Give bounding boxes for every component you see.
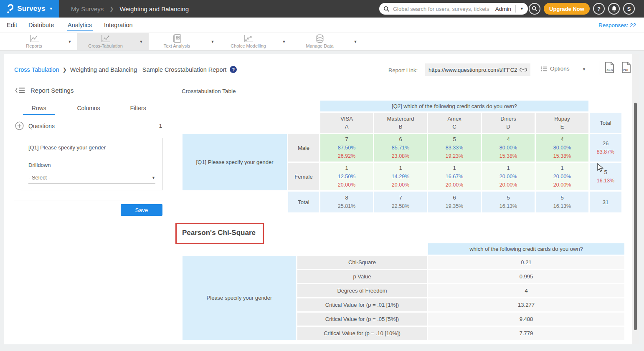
add-questions-row[interactable]: Questions 1 bbox=[15, 121, 162, 130]
search-icon bbox=[532, 6, 538, 12]
panel-title: Report Settings bbox=[30, 87, 74, 94]
data-cell: 480.00%15.38% bbox=[482, 134, 535, 162]
cross-tabulation-link[interactable]: Cross Tabulation bbox=[14, 66, 59, 73]
product-switcher[interactable]: Surveys ▼ bbox=[0, 0, 59, 18]
total-cell: 722.58% bbox=[374, 192, 427, 212]
choice-modelling-dropdown-caret[interactable]: ▼ bbox=[276, 33, 292, 50]
notifications-button[interactable] bbox=[608, 3, 620, 15]
breadcrumb-separator-icon: ❯ bbox=[63, 67, 67, 73]
questions-label: Questions bbox=[28, 123, 159, 129]
total-cell: 825.81% bbox=[320, 192, 373, 212]
stat-value: 13.277 bbox=[428, 298, 624, 311]
cross-tabulation-button[interactable]: Cross-Tabulation bbox=[77, 33, 134, 50]
collapse-panel-icon[interactable] bbox=[15, 87, 25, 93]
text-analysis-label: Text Analysis bbox=[164, 43, 190, 48]
chevron-down-icon: ▼ bbox=[49, 7, 53, 11]
link-icon[interactable] bbox=[520, 67, 527, 72]
options-dropdown-caret[interactable]: ▼ bbox=[582, 67, 586, 71]
manage-data-dropdown-caret[interactable]: ▼ bbox=[348, 33, 363, 50]
stat-value: 7.779 bbox=[428, 327, 624, 340]
toolbar-group-reports: Reports ▼ bbox=[6, 33, 77, 50]
data-cell: 120.00%20.00% bbox=[482, 163, 535, 190]
question-icon: ? bbox=[597, 6, 601, 12]
svg-text:XLS: XLS bbox=[606, 68, 613, 72]
add-circle-icon[interactable] bbox=[15, 121, 24, 130]
cross-tabulation-dropdown-caret[interactable]: ▼ bbox=[134, 33, 149, 50]
text-analysis-button[interactable]: Text Analysis bbox=[149, 33, 205, 50]
crosstab-section-title: Crosstabulation Table bbox=[182, 88, 236, 94]
save-button[interactable]: Save bbox=[121, 204, 162, 216]
reports-button[interactable]: Reports bbox=[6, 33, 62, 50]
bell-icon bbox=[611, 6, 617, 12]
window-breadcrumb: My Surveys ❯ Weighting and Balancing bbox=[71, 0, 189, 18]
total-cell: 516.13% bbox=[482, 192, 535, 212]
options-label: Options bbox=[550, 66, 570, 72]
chi-square-highlight-box: Pearson's Chi-Square bbox=[175, 223, 264, 244]
toolbar-group-text-analysis: Text Analysis ▼ bbox=[149, 33, 220, 50]
chevron-down-icon: ▼ bbox=[152, 176, 155, 180]
choice-modelling-label: Choice Modelling bbox=[231, 43, 266, 48]
drilldown-select[interactable]: - Select - ▼ bbox=[28, 174, 155, 184]
nav-item-distribute[interactable]: Distribute bbox=[28, 22, 54, 28]
top-bar: Surveys ▼ My Surveys ❯ Weighting and Bal… bbox=[0, 0, 644, 18]
chi-row-header: Please specify your gender bbox=[183, 256, 296, 340]
question-config-box: [Q1] Please specify your gender Drilldow… bbox=[21, 138, 163, 190]
stat-label: Chi-Square bbox=[297, 256, 427, 269]
chi-column-header: which of the following credit cards do y… bbox=[428, 243, 624, 255]
search-scope-select[interactable]: Admin ▼ bbox=[495, 5, 524, 13]
data-cell: 116.67%20.00% bbox=[428, 163, 481, 190]
nav-item-analytics[interactable]: Analytics bbox=[68, 22, 92, 28]
row-label-female: Female bbox=[288, 163, 319, 190]
selected-question[interactable]: [Q1] Please specify your gender bbox=[28, 144, 155, 151]
divider bbox=[14, 200, 163, 200]
tab-rows[interactable]: Rows bbox=[14, 102, 64, 115]
text-analysis-dropdown-caret[interactable]: ▼ bbox=[205, 33, 220, 50]
manage-data-icon bbox=[315, 35, 325, 43]
row-label-male: Male bbox=[288, 134, 319, 162]
manage-data-button[interactable]: Manage Data bbox=[292, 33, 348, 50]
report-title: Weighting and Balancing - Sample Crossta… bbox=[70, 66, 227, 73]
grand-total-cell: 31 bbox=[590, 192, 621, 212]
report-url[interactable]: https://www.questionpro.com/t/lFFCZg bbox=[428, 67, 517, 73]
global-search-input[interactable] bbox=[393, 6, 492, 12]
drilldown-label: Drilldown bbox=[28, 162, 155, 168]
toolbar-group-cross-tabulation: Cross-Tabulation ▼ bbox=[77, 33, 149, 50]
export-xls-button[interactable]: XLS bbox=[604, 61, 615, 76]
reports-dropdown-caret[interactable]: ▼ bbox=[62, 33, 77, 50]
crosstab-column-question: [Q2] which of the following credit cards… bbox=[320, 101, 588, 111]
scrollbar-thumb[interactable] bbox=[634, 103, 637, 330]
choice-modelling-button[interactable]: Choice Modelling bbox=[220, 33, 276, 50]
stat-label: Critical Value for (p = .05 [5%]) bbox=[297, 313, 427, 326]
analytics-toolbar: Reports ▼ Cross-Tabulation ▼ Text Analys… bbox=[0, 33, 644, 51]
survey-nav: Edit Distribute Analytics Integration Re… bbox=[0, 18, 644, 33]
tab-columns[interactable]: Columns bbox=[64, 102, 114, 115]
global-search: Admin ▼ bbox=[379, 3, 528, 15]
responses-count: Responses: 22 bbox=[598, 22, 636, 28]
search-button[interactable] bbox=[529, 3, 540, 15]
report-link-field[interactable]: https://www.questionpro.com/t/lFFCZg bbox=[425, 63, 530, 76]
drilldown-value: - Select - bbox=[28, 174, 152, 181]
data-cell: 120.00%20.00% bbox=[536, 163, 588, 190]
nav-item-integration[interactable]: Integration bbox=[104, 22, 133, 28]
cross-tabulation-label: Cross-Tabulation bbox=[88, 43, 123, 48]
chevron-down-icon: ▼ bbox=[520, 7, 524, 11]
reports-icon bbox=[29, 35, 39, 43]
upgrade-now-button[interactable]: Upgrade Now bbox=[544, 3, 590, 15]
tab-filters[interactable]: Filters bbox=[113, 102, 163, 115]
totals-row-label: Total bbox=[288, 192, 319, 212]
column-header: VISAA bbox=[320, 113, 373, 133]
user-avatar[interactable]: S bbox=[623, 3, 635, 15]
total-cell: 516.13% bbox=[536, 192, 588, 212]
report-help-icon[interactable]: ? bbox=[230, 66, 237, 73]
breadcrumb-parent[interactable]: My Surveys bbox=[71, 5, 104, 13]
search-icon bbox=[383, 6, 390, 12]
data-cell: 112.50%20.00% bbox=[320, 163, 373, 190]
nav-item-edit[interactable]: Edit bbox=[7, 22, 17, 28]
stat-label: p Value bbox=[297, 270, 427, 283]
stat-value: 0.995 bbox=[428, 270, 624, 283]
report-settings-header: Report Settings bbox=[15, 87, 74, 94]
options-button[interactable]: Options bbox=[541, 66, 570, 72]
divider bbox=[599, 61, 599, 75]
help-button[interactable]: ? bbox=[593, 3, 605, 15]
export-pdf-button[interactable]: PDF bbox=[621, 61, 631, 76]
